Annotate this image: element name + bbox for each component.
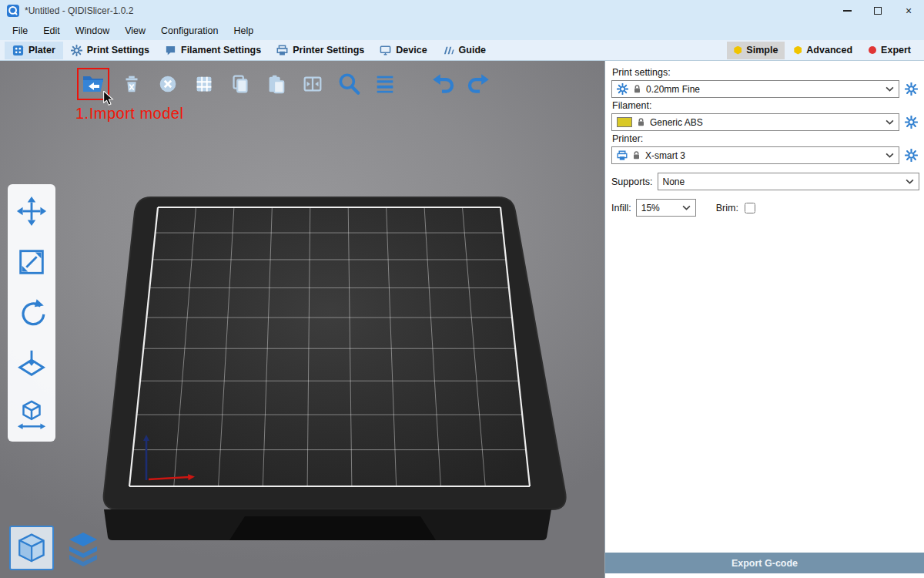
filament-label: Filament: — [612, 100, 919, 111]
copy-button[interactable] — [226, 70, 254, 98]
undo-button[interactable] — [429, 70, 457, 98]
layers-preview-button[interactable] — [63, 529, 103, 569]
filament-gear-button[interactable] — [902, 114, 919, 131]
import-highlight-box — [77, 68, 109, 100]
gear-icon — [71, 45, 82, 56]
supports-label: Supports: — [611, 176, 653, 187]
gear-icon — [905, 82, 918, 96]
tab-plater[interactable]: Plater — [5, 42, 63, 59]
tab-label: Device — [396, 45, 427, 55]
delete-all-button[interactable] — [154, 70, 182, 98]
mode-label: Simple — [746, 45, 778, 55]
close-button[interactable]: × — [893, 0, 924, 22]
paste-button[interactable] — [263, 70, 290, 98]
brim-checkbox[interactable] — [745, 203, 755, 213]
mode-expert[interactable]: Expert — [862, 42, 918, 59]
simple-mode-dot-icon — [734, 46, 742, 55]
print-settings-gear-button[interactable] — [902, 81, 919, 98]
tab-device[interactable]: Device — [372, 42, 434, 59]
redo-icon — [466, 71, 492, 97]
rotate-tool-button[interactable] — [14, 295, 49, 331]
tab-filament-settings[interactable]: Filament Settings — [157, 42, 269, 59]
undo-icon — [430, 71, 456, 97]
copy-icon — [229, 72, 252, 96]
minimize-button[interactable] — [832, 0, 862, 22]
split-window-icon — [301, 72, 324, 96]
print-bed — [0, 61, 604, 578]
infill-value: 15% — [641, 203, 660, 213]
maximize-button[interactable] — [862, 0, 893, 22]
arrange-button[interactable] — [190, 70, 218, 98]
place-on-face-tool-button[interactable] — [14, 346, 49, 381]
expert-mode-dot-icon — [869, 46, 876, 54]
paste-icon — [265, 72, 288, 96]
scale-tool-button[interactable] — [14, 244, 49, 280]
mode-advanced[interactable]: Advanced — [787, 42, 859, 59]
window-controls: × — [832, 0, 924, 22]
app-window: *Untitled - QIDISlicer-1.0.2 × File Edit… — [0, 0, 924, 578]
variable-layer-height-button[interactable] — [371, 70, 399, 98]
editor-3d-view-button[interactable] — [9, 526, 54, 570]
layers-preview-icon — [65, 530, 102, 567]
scale-icon — [15, 246, 48, 278]
print-settings-value: 0.20mm Fine — [646, 84, 700, 95]
delete-icon — [120, 72, 143, 96]
menubar: File Edit Window View Configuration Help — [0, 22, 924, 40]
chevron-down-icon — [886, 119, 894, 125]
titlebar: *Untitled - QIDISlicer-1.0.2 × — [0, 0, 924, 22]
advanced-mode-dot-icon — [794, 46, 802, 55]
lock-icon — [633, 84, 641, 94]
printer-icon — [276, 45, 288, 56]
infill-label: Infill: — [611, 203, 631, 213]
plater-icon — [12, 45, 24, 56]
mode-simple[interactable]: Simple — [727, 42, 785, 59]
menu-edit[interactable]: Edit — [35, 22, 68, 40]
measure-icon — [15, 398, 48, 431]
measure-tool-button[interactable] — [14, 397, 49, 432]
split-window-button[interactable] — [299, 70, 326, 98]
tabbar: Plater Print Settings Filament Settings … — [0, 40, 924, 61]
tab-guide[interactable]: Guide — [435, 42, 494, 59]
printer-select[interactable]: X-smart 3 — [611, 146, 899, 164]
app-logo-icon — [6, 4, 20, 18]
menu-help[interactable]: Help — [226, 22, 261, 40]
search-button[interactable] — [335, 70, 363, 98]
lock-icon — [632, 150, 641, 160]
mode-switcher: Simple Advanced Expert — [727, 42, 918, 59]
tab-printer-settings[interactable]: Printer Settings — [269, 42, 372, 59]
tab-print-settings[interactable]: Print Settings — [63, 42, 157, 59]
filament-select[interactable]: Generic ABS — [611, 113, 899, 131]
chevron-down-icon — [682, 205, 691, 210]
menu-file[interactable]: File — [5, 22, 35, 40]
print-settings-select[interactable]: 0.20mm Fine — [611, 80, 899, 98]
settings-panel: Print settings: 0.20mm Fine Filament: Ge… — [604, 61, 924, 578]
maximize-icon — [874, 7, 882, 15]
export-gcode-button[interactable]: Export G-code — [605, 553, 924, 573]
arrange-icon — [192, 72, 216, 96]
chevron-down-icon — [886, 86, 894, 92]
move-icon — [15, 195, 48, 227]
menu-view[interactable]: View — [117, 22, 153, 40]
menu-configuration[interactable]: Configuration — [153, 22, 226, 40]
delete-all-icon — [156, 72, 179, 96]
mode-label: Advanced — [806, 45, 852, 55]
supports-select[interactable]: None — [658, 173, 919, 190]
viewport-3d[interactable]: 1.Import model — [0, 61, 604, 578]
gear-icon — [905, 149, 918, 162]
viewport-toolbar — [77, 68, 501, 100]
cube-3d-icon — [15, 531, 49, 565]
filament-icon — [165, 45, 176, 56]
printer-gear-button[interactable] — [902, 147, 919, 164]
tab-label: Print Settings — [87, 45, 149, 55]
search-icon — [336, 71, 362, 97]
move-tool-button[interactable] — [14, 193, 49, 229]
redo-button[interactable] — [465, 70, 493, 98]
view-mode-switcher — [9, 526, 103, 570]
printer-value: X-smart 3 — [645, 150, 685, 161]
gear-icon — [905, 116, 918, 129]
place-on-face-icon — [15, 348, 48, 380]
menu-window[interactable]: Window — [68, 22, 117, 40]
device-icon — [380, 45, 391, 56]
delete-button[interactable] — [118, 70, 146, 98]
infill-select[interactable]: 15% — [636, 199, 696, 217]
